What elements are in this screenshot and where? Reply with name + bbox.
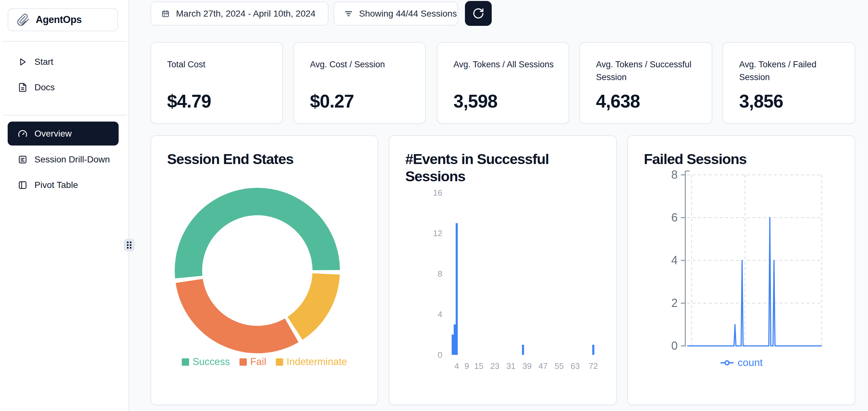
x-tick-label: 4 — [455, 361, 459, 371]
y-tick-label: 0 — [438, 350, 442, 360]
x-tick-label: 72 — [589, 361, 598, 371]
sidebar: AgentOps StartDocs OverviewSession Drill… — [0, 0, 129, 411]
brand-logo[interactable]: AgentOps — [8, 8, 118, 31]
donut-segment-success — [188, 202, 326, 277]
y-tick-label: 16 — [433, 188, 442, 198]
stat-value: $0.27 — [310, 91, 354, 112]
legend-swatch — [240, 358, 247, 366]
legend-swatch — [276, 358, 283, 366]
sidebar-item-docs[interactable]: Docs — [8, 76, 119, 99]
refresh-button[interactable] — [465, 1, 492, 26]
paperclip-icon — [17, 13, 30, 27]
x-tick-label: 39 — [522, 361, 532, 371]
stat-card-avg-tokens-failed-session: Avg. Tokens / Failed Session3,856 — [722, 42, 855, 124]
y-tick-label: 8 — [671, 168, 678, 181]
donut-legend: SuccessFailIndeterminate — [151, 356, 377, 368]
sidebar-primary-nav: StartDocs — [8, 51, 119, 99]
sidebar-item-label: Docs — [34, 82, 55, 92]
date-range-label: March 27th, 2024 - April 10th, 2024 — [176, 9, 315, 19]
stat-card-total-cost: Total Cost$4.79 — [151, 42, 283, 124]
chart-card-events-histogram: #Events in Successful Sessions 048121649… — [389, 135, 617, 405]
donut-segment-indeterminate — [295, 274, 326, 328]
x-tick-label: 9 — [464, 361, 469, 371]
stat-value: $4.79 — [167, 91, 211, 112]
y-tick-label: 0 — [671, 339, 678, 352]
docs-icon — [18, 83, 27, 92]
play-icon — [18, 57, 27, 67]
stat-value: 4,638 — [596, 91, 640, 112]
date-range-button[interactable]: March 27th, 2024 - April 10th, 2024 — [151, 2, 329, 26]
sidebar-item-label: Start — [34, 57, 53, 67]
y-tick-label: 6 — [671, 211, 678, 224]
bar — [456, 223, 458, 355]
sessions-filter-button[interactable]: Showing 44/44 Sessions — [334, 2, 458, 26]
sidebar-item-label: Pivot Table — [34, 180, 78, 190]
legend-item-indeterminate[interactable]: Indeterminate — [276, 356, 347, 368]
line-series-label: count — [738, 357, 763, 369]
calendar-icon — [161, 9, 169, 18]
x-tick-label: 55 — [555, 361, 564, 371]
stat-card-avg-tokens-all-sessions: Avg. Tokens / All Sessions3,598 — [437, 42, 569, 124]
refresh-icon — [472, 7, 485, 20]
stat-label: Avg. Tokens / Successful Session — [596, 58, 700, 84]
x-tick-label: 15 — [474, 361, 484, 371]
y-tick-label: 12 — [433, 229, 442, 238]
stat-label: Avg. Tokens / Failed Session — [739, 58, 843, 84]
sidebar-item-label: Overview — [34, 128, 72, 139]
y-tick-label: 2 — [671, 296, 678, 310]
gauge-icon — [18, 129, 27, 139]
sidebar-item-overview[interactable]: Overview — [8, 122, 119, 146]
y-tick-label: 8 — [438, 269, 442, 278]
legend-item-fail[interactable]: Fail — [240, 356, 266, 368]
bar — [522, 345, 524, 355]
chart-card-failed-sessions: Failed Sessions 02468 count — [627, 135, 855, 405]
y-tick-label: 4 — [438, 310, 442, 319]
legend-swatch — [182, 358, 189, 366]
stat-card-avg-tokens-successful-session: Avg. Tokens / Successful Session4,638 — [580, 42, 712, 124]
grip-dots-icon — [126, 241, 132, 249]
bar — [452, 335, 454, 355]
legend-label: Indeterminate — [287, 356, 347, 368]
x-tick-label: 23 — [490, 361, 499, 371]
stat-label: Avg. Cost / Session — [310, 58, 413, 71]
sidebar-resize-handle[interactable] — [124, 239, 134, 252]
sidebar-item-start[interactable]: Start — [8, 51, 119, 74]
legend-label: Fail — [250, 356, 266, 368]
count-legend[interactable]: count — [628, 357, 855, 369]
events-bar-chart: 0481216491523313947556372 — [390, 136, 617, 406]
count-series-line — [687, 217, 822, 346]
line-series-marker-icon — [720, 359, 734, 366]
legend-item-success[interactable]: Success — [182, 356, 230, 368]
stat-label: Total Cost — [167, 58, 271, 71]
sidebar-divider — [3, 115, 126, 116]
x-tick-label: 31 — [506, 361, 516, 371]
sidebar-item-label: Session Drill-Down — [34, 154, 110, 165]
list-icon — [18, 155, 27, 164]
stat-value: 3,598 — [454, 91, 497, 112]
sessions-filter-label: Showing 44/44 Sessions — [359, 9, 457, 19]
agentops-dashboard: AgentOps StartDocs OverviewSession Drill… — [0, 0, 868, 411]
sidebar-secondary-nav: OverviewSession Drill-DownPivot Table — [8, 122, 119, 197]
x-tick-label: 63 — [570, 361, 580, 371]
donut-segment-fail — [189, 281, 291, 340]
panel-icon — [18, 180, 27, 190]
bar — [592, 345, 594, 355]
stat-label: Avg. Tokens / All Sessions — [454, 58, 557, 71]
legend-label: Success — [193, 356, 230, 368]
stat-card-avg-cost-session: Avg. Cost / Session$0.27 — [293, 42, 426, 124]
filter-icon — [344, 9, 353, 19]
x-tick-label: 47 — [538, 361, 548, 371]
y-tick-label: 4 — [671, 254, 678, 267]
brand-name: AgentOps — [36, 14, 82, 26]
bar — [454, 325, 456, 355]
chart-card-session-end-states: Session End States SuccessFailIndetermin… — [151, 135, 378, 405]
sidebar-item-pivot-table[interactable]: Pivot Table — [8, 174, 119, 197]
sidebar-item-session-drill-down[interactable]: Session Drill-Down — [8, 148, 119, 171]
stat-value: 3,856 — [739, 91, 783, 112]
sidebar-divider — [3, 41, 126, 42]
